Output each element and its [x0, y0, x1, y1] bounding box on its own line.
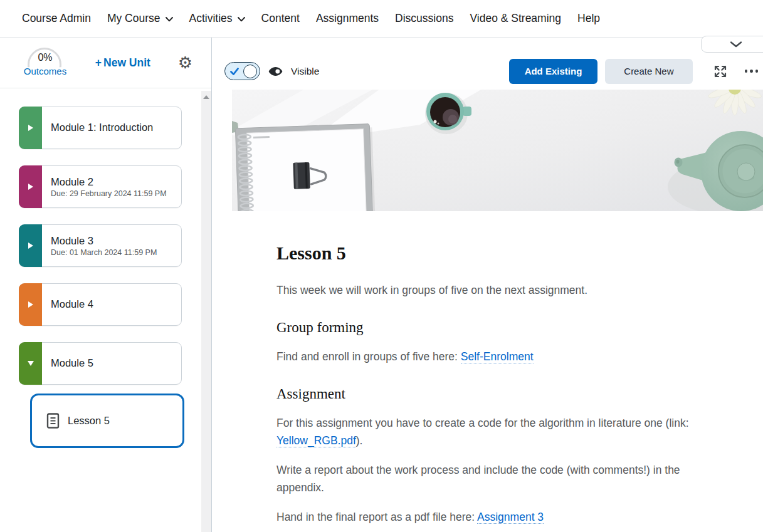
outcomes-label: Outcomes [23, 66, 68, 76]
section-heading-assignment: Assignment [276, 386, 700, 402]
chevron-down-icon [166, 17, 173, 22]
yellow-rgb-pdf-link[interactable]: Yellow_RGB.pdf [276, 434, 356, 447]
top-navigation: Course Admin My Course Activities Conten… [0, 0, 763, 38]
module-expand-toggle[interactable] [19, 283, 42, 326]
visibility-group: Visible [224, 62, 319, 80]
lesson-item-selected[interactable]: Lesson 5 [30, 394, 184, 448]
module-card-2[interactable]: Module 2 Due: 29 February 2024 11:59 PM [19, 165, 182, 208]
module-expand-toggle[interactable] [19, 107, 42, 149]
collapse-header-button[interactable] [701, 36, 763, 53]
more-options-button[interactable] [745, 70, 759, 73]
visibility-toggle[interactable] [224, 62, 260, 80]
group-forming-paragraph: Find and enroll in groups of five here: … [276, 348, 700, 365]
nav-activities[interactable]: Activities [189, 12, 245, 25]
toggle-knob [243, 65, 257, 78]
check-icon [230, 68, 239, 75]
assignment-paragraph-2: Write a report about the work process an… [276, 461, 700, 496]
course-outline-sidebar: 0% Outcomes + New Unit ⚙ Module 1: Intro… [0, 38, 212, 532]
module-expand-toggle[interactable] [19, 224, 42, 267]
nav-my-course[interactable]: My Course [107, 12, 173, 25]
visibility-label: Visible [291, 66, 319, 77]
module-expand-toggle[interactable] [19, 165, 42, 208]
sidebar-scrollbar[interactable] [201, 91, 211, 532]
triangle-right-icon [28, 184, 33, 190]
chevron-down-icon [730, 41, 742, 48]
lesson-intro: This week we will work in groups of five… [276, 281, 700, 299]
section-heading-group-forming: Group forming [276, 320, 700, 336]
module-list: Module 1: Introduction Module 2 Due: 29 … [19, 107, 182, 448]
spiral-notebook [235, 123, 375, 211]
fullscreen-button[interactable] [713, 65, 727, 78]
nav-course-admin[interactable]: Course Admin [22, 12, 91, 25]
triangle-right-icon [28, 125, 33, 131]
nav-content[interactable]: Content [261, 12, 300, 25]
lesson-banner-image [232, 90, 763, 211]
content-panel: Visible Add Existing Create New [213, 38, 763, 532]
scroll-up-icon[interactable] [203, 95, 209, 99]
self-enrolment-link[interactable]: Self-Enrolment [461, 350, 534, 363]
module-card-4[interactable]: Module 4 [19, 283, 182, 326]
ellipsis-icon [745, 70, 748, 73]
module-collapse-toggle[interactable] [19, 342, 42, 385]
nav-assignments[interactable]: Assignments [316, 12, 379, 25]
new-unit-button[interactable]: + New Unit [95, 56, 150, 70]
sidebar-header: 0% Outcomes + New Unit ⚙ [0, 38, 211, 88]
gear-icon[interactable]: ⚙ [178, 55, 192, 71]
nav-video-streaming[interactable]: Video & Streaming [470, 12, 561, 25]
content-toolbar: Visible Add Existing Create New [213, 38, 763, 90]
lesson-document: Lesson 5 This week we will work in group… [276, 211, 700, 526]
triangle-right-icon [28, 301, 33, 308]
create-new-button[interactable]: Create New [605, 59, 692, 84]
nav-help[interactable]: Help [577, 12, 600, 25]
assignment-3-link[interactable]: Assignment 3 [477, 511, 544, 524]
assignment-paragraph-1: For this assignment you have to create a… [276, 414, 700, 449]
new-unit-label: New Unit [103, 56, 150, 70]
lesson-label: Lesson 5 [68, 415, 110, 427]
outcomes-gauge-link[interactable]: 0% Outcomes [23, 46, 68, 79]
outcomes-percent: 0% [23, 52, 68, 63]
assignment-paragraph-3: Hand in the final report as a pdf file h… [276, 508, 700, 526]
add-existing-button[interactable]: Add Existing [509, 59, 598, 84]
module-card-5[interactable]: Module 5 [19, 342, 182, 385]
triangle-right-icon [28, 243, 33, 249]
document-icon [46, 413, 60, 429]
plus-icon: + [95, 56, 102, 70]
module-card-3[interactable]: Module 3 Due: 01 March 2024 11:59 PM [19, 224, 182, 267]
fullscreen-icon [713, 65, 727, 78]
eye-icon [268, 67, 283, 76]
triangle-down-icon [28, 361, 34, 366]
nav-discussions[interactable]: Discussions [395, 12, 453, 25]
chevron-down-icon [238, 17, 245, 22]
module-card-1[interactable]: Module 1: Introduction [19, 107, 182, 149]
lesson-title: Lesson 5 [276, 243, 700, 264]
